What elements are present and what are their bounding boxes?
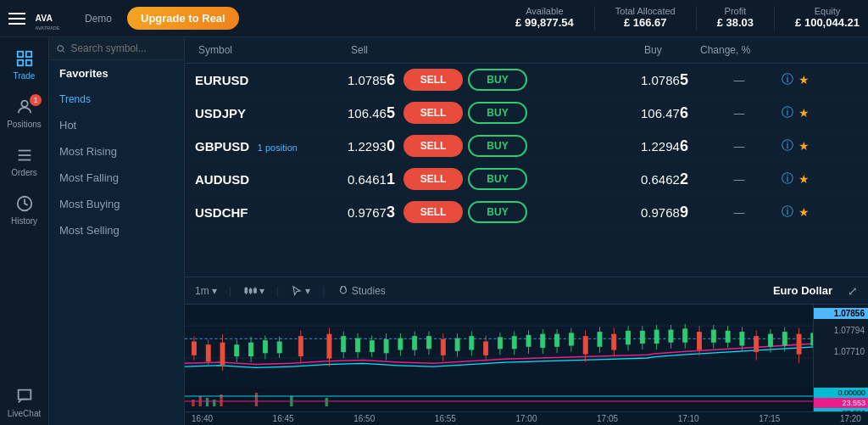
menu-item-hot[interactable]: Hot bbox=[49, 112, 184, 138]
menu-item-trends[interactable]: Trends bbox=[49, 87, 184, 112]
symbol-cell: USDCHF bbox=[195, 205, 348, 220]
buy-price-cell: 0.64622 bbox=[641, 171, 697, 188]
positions-badge: 1 bbox=[30, 94, 42, 106]
star-icon[interactable]: ★ bbox=[798, 139, 810, 153]
menu-item-most-rising[interactable]: Most Rising bbox=[49, 138, 184, 165]
upgrade-button[interactable]: Upgrade to Real bbox=[127, 7, 239, 30]
buy-button[interactable]: BUY bbox=[468, 69, 527, 91]
svg-line-12 bbox=[63, 50, 64, 52]
info-icon[interactable]: ⓘ bbox=[782, 105, 793, 120]
sell-button[interactable]: SELL bbox=[403, 168, 463, 190]
row-icons: ⓘ ★ bbox=[782, 204, 832, 220]
svg-rect-79 bbox=[277, 342, 281, 353]
menu-item-most-buying[interactable]: Most Buying bbox=[49, 191, 184, 217]
symbol-cell: AUDUSD bbox=[195, 172, 348, 187]
svg-rect-118 bbox=[541, 334, 545, 347]
buy-button[interactable]: BUY bbox=[468, 201, 527, 223]
svg-rect-70 bbox=[235, 345, 239, 356]
action-buttons: SELL BUY bbox=[403, 168, 539, 190]
info-icon[interactable]: ⓘ bbox=[782, 204, 793, 220]
indicator-label-2: 23.553 bbox=[814, 398, 868, 408]
left-sidebar: Trade 1 Positions Orders History bbox=[0, 37, 49, 425]
table-row: USDJPY 106.465 SELL BUY 106.476 — ⓘ ★ bbox=[185, 97, 868, 130]
chart-canvas: 1.07856 1.07794 1.07710 bbox=[185, 305, 868, 411]
info-icon[interactable]: ⓘ bbox=[782, 138, 793, 154]
sidebar-item-history[interactable]: History bbox=[0, 187, 48, 232]
svg-rect-127 bbox=[598, 333, 602, 346]
svg-point-6 bbox=[21, 101, 27, 107]
svg-rect-40 bbox=[327, 334, 331, 358]
row-icons: ⓘ ★ bbox=[782, 138, 832, 154]
chart-title: Euro Dollar bbox=[773, 284, 832, 297]
info-icon[interactable]: ⓘ bbox=[782, 171, 793, 187]
svg-rect-13 bbox=[245, 288, 248, 292]
timeframe-selector[interactable]: 1m ▾ bbox=[195, 285, 217, 297]
row-icons: ⓘ ★ bbox=[782, 72, 832, 87]
main-content: Trade 1 Positions Orders History bbox=[0, 37, 868, 425]
search-box[interactable] bbox=[49, 37, 184, 60]
svg-rect-121 bbox=[555, 334, 559, 346]
sell-button[interactable]: SELL bbox=[403, 102, 463, 124]
star-icon[interactable]: ★ bbox=[798, 106, 810, 120]
svg-rect-151 bbox=[740, 333, 744, 345]
hamburger-menu[interactable] bbox=[8, 13, 25, 25]
cursor-tool[interactable]: ▾ bbox=[291, 285, 310, 297]
svg-rect-3 bbox=[25, 52, 31, 57]
sidebar-item-livechat[interactable]: LiveChat bbox=[0, 380, 48, 425]
svg-rect-142 bbox=[683, 329, 687, 342]
svg-rect-170 bbox=[213, 400, 215, 406]
svg-rect-4 bbox=[17, 60, 22, 65]
sell-price-cell: 1.07856 bbox=[348, 71, 403, 89]
action-buttons: SELL BUY bbox=[403, 69, 539, 91]
svg-rect-94 bbox=[398, 338, 403, 350]
buy-button[interactable]: BUY bbox=[468, 102, 527, 124]
svg-rect-154 bbox=[768, 334, 772, 346]
sell-price-cell: 0.64611 bbox=[348, 171, 403, 188]
search-input[interactable] bbox=[70, 42, 177, 54]
menu-item-most-selling[interactable]: Most Selling bbox=[49, 217, 184, 243]
action-buttons: SELL BUY bbox=[403, 201, 539, 223]
menu-item-favorites[interactable]: Favorites bbox=[49, 60, 184, 87]
stat-allocated: Total Allocated £ 166.67 bbox=[615, 6, 676, 31]
flask-icon bbox=[337, 285, 349, 297]
sell-button[interactable]: SELL bbox=[403, 69, 463, 91]
current-price-label: 1.07856 bbox=[814, 308, 868, 319]
table-row: GBPUSD 1 position 1.22930 SELL BUY 1.229… bbox=[185, 130, 868, 163]
buy-button[interactable]: BUY bbox=[468, 135, 527, 157]
svg-rect-43 bbox=[441, 340, 445, 355]
action-buttons: SELL BUY bbox=[403, 135, 539, 157]
svg-rect-34 bbox=[220, 343, 225, 364]
chart-type-selector[interactable]: ▾ bbox=[243, 285, 264, 297]
star-icon[interactable]: ★ bbox=[798, 172, 810, 186]
indicator-axis: 0.00000 23.553 87.500 bbox=[813, 388, 868, 411]
svg-rect-16 bbox=[249, 289, 252, 293]
top-nav: AVA AVATRADE Demo Upgrade to Real Availa… bbox=[0, 0, 868, 37]
svg-rect-61 bbox=[797, 334, 801, 354]
sell-button[interactable]: SELL bbox=[403, 135, 463, 157]
svg-rect-157 bbox=[782, 333, 787, 345]
svg-rect-115 bbox=[526, 336, 531, 347]
expand-icon[interactable]: ⤢ bbox=[848, 284, 858, 298]
svg-rect-31 bbox=[206, 345, 210, 361]
star-icon[interactable]: ★ bbox=[798, 205, 810, 219]
table-area: Symbol Sell Buy Change, % EURUSD 1.07856… bbox=[185, 37, 868, 425]
svg-rect-73 bbox=[249, 343, 253, 355]
star-icon[interactable]: ★ bbox=[798, 73, 810, 87]
menu-item-most-falling[interactable]: Most Falling bbox=[49, 165, 184, 191]
symbol-cell: EURUSD bbox=[195, 73, 348, 87]
sell-button[interactable]: SELL bbox=[403, 201, 463, 223]
symbol-panel: Favorites Trends Hot Most Rising Most Fa… bbox=[49, 37, 185, 425]
sidebar-item-orders[interactable]: Orders bbox=[0, 139, 48, 184]
svg-rect-2 bbox=[17, 52, 22, 57]
svg-rect-19 bbox=[254, 288, 257, 293]
sidebar-item-trade[interactable]: Trade bbox=[0, 42, 48, 87]
symbol-cell: USDJPY bbox=[195, 106, 348, 120]
info-icon[interactable]: ⓘ bbox=[782, 72, 793, 87]
svg-rect-76 bbox=[263, 341, 267, 353]
studies-button[interactable]: Studies bbox=[337, 285, 386, 297]
buy-button[interactable]: BUY bbox=[468, 168, 527, 190]
demo-badge: Demo bbox=[85, 13, 112, 25]
sell-price-cell: 0.97673 bbox=[348, 204, 403, 221]
svg-rect-58 bbox=[754, 337, 759, 352]
sidebar-item-positions[interactable]: 1 Positions bbox=[0, 91, 48, 136]
